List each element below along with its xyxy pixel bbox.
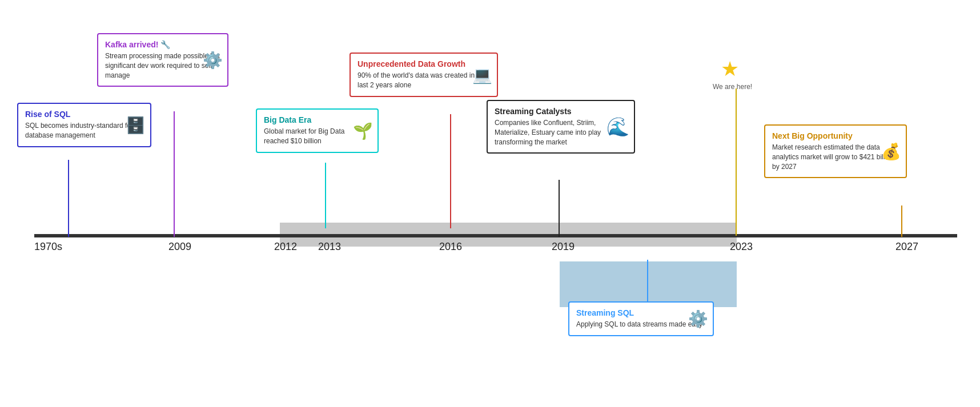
unprecedented-growth-body: 90% of the world's data was created in t… (358, 71, 490, 90)
year-2009: 2009 (168, 241, 191, 253)
unprecedented-connector (449, 114, 452, 228)
rise-of-sql-card: Rise of SQL SQL becomes industry-standar… (17, 103, 151, 147)
year-2012: 2012 (274, 241, 297, 253)
unprecedented-growth-title: Unprecedented Data Growth (358, 59, 490, 68)
we-are-here-connector (735, 88, 737, 236)
year-2019: 2019 (552, 241, 575, 253)
next-big-opportunity-body: Market research estimated the data analy… (772, 143, 899, 171)
database-icon: 🗄️ (126, 115, 146, 134)
year-2027: 2027 (895, 241, 918, 253)
streaming-sql-card: Streaming SQL Applying SQL to data strea… (568, 301, 714, 336)
big-data-connector (324, 163, 327, 228)
kafka-connector (173, 111, 175, 237)
unprecedented-growth-card: Unprecedented Data Growth 90% of the wor… (350, 53, 498, 97)
year-1970s: 1970s (34, 241, 62, 253)
next-big-opportunity-title: Next Big Opportunity (772, 131, 899, 140)
streaming-catalysts-title: Streaming Catalysts (495, 107, 627, 116)
next-big-connector (901, 205, 903, 237)
year-2016: 2016 (439, 241, 462, 253)
chart-laptop-icon: 💻 (472, 65, 492, 84)
kafka-arrived-card: Kafka arrived! 🔧 Stream processing made … (97, 33, 228, 87)
we-are-here-label: We are here! (713, 83, 752, 91)
big-data-era-card: Big Data Era Global market for Big Data … (256, 108, 379, 153)
year-2013: 2013 (318, 241, 341, 253)
money-chart-icon: 💰 (881, 142, 901, 161)
we-are-here-star: ★ (721, 57, 739, 81)
timeline-blue-section (560, 261, 737, 307)
year-2023: 2023 (730, 241, 753, 253)
gear-wrench-icon: ⚙️ (203, 51, 223, 70)
rise-sql-line (67, 160, 70, 237)
streaming-catalysts-card: Streaming Catalysts Companies like Confl… (487, 100, 635, 154)
gear-sql-icon: ⚙️ (688, 309, 708, 328)
streaming-sql-body: Applying SQL to data streams made easy (576, 320, 706, 329)
plant-money-icon: 🌱 (353, 121, 373, 140)
timeline-bar (34, 234, 957, 237)
streaming-sql-title: Streaming SQL (576, 308, 706, 317)
next-big-opportunity-card: Next Big Opportunity Market research est… (764, 124, 907, 178)
timeline-container: 1970s 2009 2012 2013 2016 2019 2023 2027… (0, 0, 980, 407)
kafka-arrived-title: Kafka arrived! 🔧 (105, 40, 220, 49)
wave-icon: 🌊 (607, 116, 629, 138)
